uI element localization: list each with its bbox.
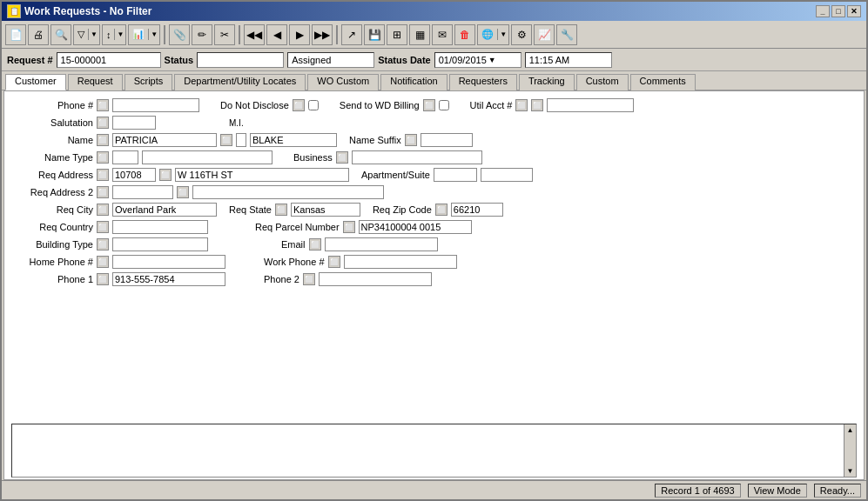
close-button[interactable]: ✕ — [847, 5, 861, 17]
req-zip-input[interactable] — [451, 203, 503, 217]
req-address-btn[interactable]: ⬜ — [97, 169, 109, 181]
send-to-wd-btn[interactable]: ⬜ — [423, 99, 435, 111]
phone2-btn[interactable]: ⬜ — [303, 273, 315, 285]
tab-wo-custom[interactable]: WO Custom — [307, 74, 379, 90]
salutation-btn[interactable]: ⬜ — [97, 117, 109, 129]
chart-button[interactable]: 📈 — [534, 24, 555, 45]
req-city-input[interactable] — [112, 203, 217, 217]
name-first-input[interactable] — [112, 133, 217, 147]
req-zip-btn[interactable]: ⬜ — [435, 204, 447, 216]
req-city-btn[interactable]: ⬜ — [97, 204, 109, 216]
util-acct-input[interactable] — [547, 98, 634, 112]
req-address-btn2[interactable]: ⬜ — [159, 169, 172, 181]
req-address2-btn2[interactable]: ⬜ — [177, 186, 189, 198]
prev-button[interactable]: ◀ — [266, 24, 287, 45]
new-button[interactable]: 📄 — [5, 24, 26, 45]
name-suffix-input[interactable] — [421, 133, 473, 147]
tab-notification[interactable]: Notification — [380, 74, 447, 90]
req-parcel-input[interactable] — [359, 220, 472, 234]
req-address2-num-input[interactable] — [112, 185, 173, 199]
print-button[interactable]: 🖨 — [28, 24, 49, 45]
record-info: Record 1 of 4693 — [661, 485, 734, 496]
req-address-num-input[interactable] — [112, 168, 156, 182]
phone-row: Phone # ⬜ Do Not Disclose ⬜ Send to WD B… — [15, 98, 853, 112]
util-acct-btn2[interactable]: ⬜ — [531, 99, 543, 111]
maximize-button[interactable]: □ — [831, 5, 845, 17]
name-suffix-btn[interactable]: ⬜ — [405, 134, 417, 146]
edit-button[interactable]: ✏ — [192, 24, 212, 45]
req-state-btn[interactable]: ⬜ — [275, 204, 287, 216]
tab-scripts[interactable]: Scripts — [124, 74, 173, 90]
phone1-input[interactable] — [112, 272, 225, 286]
mail-button[interactable]: ✉ — [432, 24, 453, 45]
req-country-btn[interactable]: ⬜ — [97, 221, 109, 233]
building-type-input[interactable] — [112, 237, 208, 251]
home-phone-btn[interactable]: ⬜ — [97, 256, 109, 268]
globe-button[interactable]: 🌐 ▼ — [477, 24, 509, 45]
business-input[interactable] — [352, 150, 482, 164]
name-type-btn[interactable]: ⬜ — [97, 151, 109, 164]
req-country-input[interactable] — [112, 220, 208, 234]
req-parcel-btn[interactable]: ⬜ — [343, 221, 355, 233]
next-button[interactable]: ▶ — [289, 24, 310, 45]
notes-textarea[interactable] — [12, 424, 844, 477]
tab-comments[interactable]: Comments — [630, 74, 696, 90]
save-button[interactable]: 💾 — [364, 24, 385, 45]
name-last-input[interactable] — [250, 133, 337, 147]
req-state-input[interactable] — [291, 203, 360, 217]
send-to-wd-checkbox[interactable] — [439, 100, 449, 110]
phone-input[interactable] — [112, 98, 199, 112]
mi-input[interactable] — [236, 133, 246, 147]
report-button[interactable]: 📊 ▼ — [128, 24, 160, 45]
tab-request[interactable]: Request — [68, 74, 123, 90]
name-row: Name ⬜ ⬜ Name Suffix ⬜ — [15, 133, 853, 147]
sort-button[interactable]: ↕ ▼ — [102, 24, 126, 45]
extra-button[interactable]: 🔧 — [556, 24, 577, 45]
req-address-street-input[interactable] — [175, 168, 349, 182]
name-type-input[interactable] — [112, 150, 138, 164]
delete-button[interactable]: 🗑 — [454, 24, 475, 45]
next-set-button[interactable]: ▶▶ — [312, 24, 333, 45]
req-address2-street-input[interactable] — [192, 185, 384, 199]
apartment-suite-input[interactable] — [434, 168, 477, 182]
prev-set-button[interactable]: ◀◀ — [244, 24, 265, 45]
util-acct-btn[interactable]: ⬜ — [515, 99, 528, 111]
phone-btn[interactable]: ⬜ — [97, 99, 109, 111]
tab-customer[interactable]: Customer — [5, 74, 66, 90]
name-suffix-label: Name Suffix — [349, 135, 401, 145]
scroll-up-icon[interactable]: ▲ — [847, 426, 854, 434]
name-btn[interactable]: ⬜ — [97, 134, 109, 146]
cut-button[interactable]: ✂ — [214, 24, 235, 45]
name-type-value-input[interactable] — [142, 150, 273, 164]
email-input[interactable] — [325, 237, 438, 251]
mi-btn[interactable]: ⬜ — [220, 134, 232, 146]
filter-button[interactable]: ▽ ▼ — [73, 24, 100, 45]
req-address2-btn[interactable]: ⬜ — [97, 186, 109, 198]
tab-custom[interactable]: Custom — [576, 74, 629, 90]
salutation-input[interactable] — [112, 116, 156, 130]
req-address-label: Req Address — [15, 170, 93, 180]
minimize-button[interactable]: _ — [816, 5, 830, 17]
tab-dept-utility[interactable]: Department/Utility Locates — [174, 74, 306, 90]
grid2-button[interactable]: ▦ — [409, 24, 430, 45]
tab-requesters[interactable]: Requesters — [449, 74, 517, 90]
email-btn[interactable]: ⬜ — [309, 238, 321, 250]
business-btn[interactable]: ⬜ — [336, 151, 348, 164]
do-not-disclose-checkbox[interactable] — [308, 100, 319, 110]
grid-button[interactable]: ⊞ — [387, 24, 407, 45]
jump-button[interactable]: ↗ — [341, 24, 362, 45]
settings-button[interactable]: ⚙ — [511, 24, 532, 45]
attach-button[interactable]: 📎 — [169, 24, 190, 45]
home-phone-input[interactable] — [112, 255, 225, 269]
work-phone-input[interactable] — [344, 255, 457, 269]
find-button[interactable]: 🔍 — [50, 24, 71, 45]
building-type-btn[interactable]: ⬜ — [97, 238, 109, 250]
tab-tracking[interactable]: Tracking — [519, 74, 575, 90]
phone2-input[interactable] — [319, 272, 432, 286]
phone1-btn[interactable]: ⬜ — [97, 273, 109, 285]
do-not-disclose-btn[interactable]: ⬜ — [293, 99, 305, 111]
scroll-down-icon[interactable]: ▼ — [847, 467, 854, 475]
work-phone-btn[interactable]: ⬜ — [328, 256, 340, 268]
apartment-suite-value[interactable] — [481, 168, 533, 182]
date-dropdown-icon[interactable]: ▼ — [488, 56, 496, 64]
